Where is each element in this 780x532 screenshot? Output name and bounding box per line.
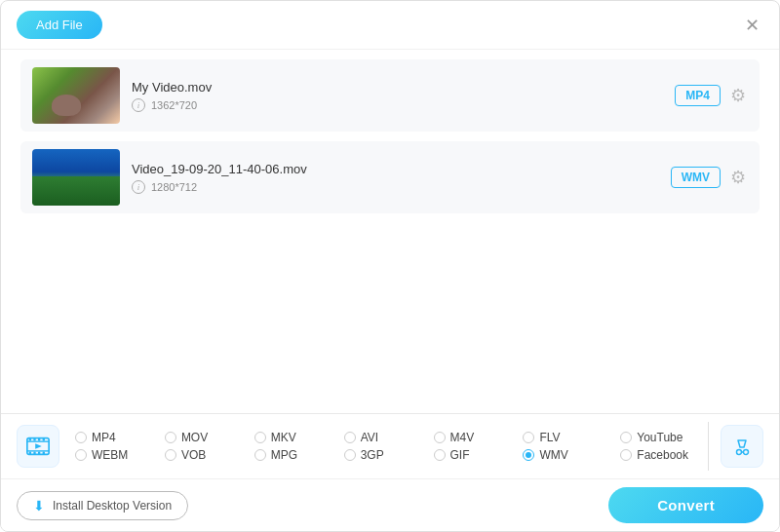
format-option-gif[interactable]: GIF	[434, 448, 524, 462]
empty-area	[1, 233, 779, 350]
svg-rect-9	[38, 452, 40, 455]
file-thumbnail	[32, 67, 120, 124]
settings-button[interactable]: ⚙	[728, 165, 748, 190]
svg-point-13	[744, 450, 749, 455]
file-thumbnail	[32, 149, 120, 206]
format-option-mp4[interactable]: MP4	[75, 431, 165, 444]
format-option-m4v[interactable]: M4V	[434, 431, 524, 444]
radio-mkv[interactable]	[254, 432, 266, 443]
file-meta: i 1362*720	[132, 98, 663, 112]
format-option-mov[interactable]: MOV	[165, 431, 254, 444]
radio-vob[interactable]	[165, 449, 176, 461]
format-option-facebook[interactable]: Facebook	[620, 448, 688, 462]
svg-point-12	[737, 450, 742, 455]
file-resolution: 1362*720	[151, 99, 197, 111]
svg-rect-5	[38, 438, 40, 441]
format-option-youtube[interactable]: YouTube	[620, 431, 688, 444]
radio-youtube[interactable]	[620, 432, 632, 443]
radio-avi[interactable]	[344, 432, 356, 443]
file-actions: WMV ⚙	[671, 165, 748, 190]
svg-rect-4	[33, 438, 35, 441]
audio-format-button[interactable]	[721, 425, 763, 468]
format-label: GIF	[450, 448, 470, 462]
header: Add File ✕	[1, 1, 779, 50]
format-option-mpg[interactable]: MPG	[254, 448, 344, 462]
svg-rect-2	[27, 450, 49, 451]
convert-button[interactable]: Convert	[608, 487, 763, 523]
svg-rect-7	[29, 452, 31, 455]
svg-rect-8	[33, 452, 35, 455]
radio-facebook[interactable]	[620, 449, 632, 461]
file-item: Video_19-09-20_11-40-06.mov i 1280*712 W…	[20, 141, 760, 213]
info-icon[interactable]: i	[132, 180, 145, 194]
extra-formats: YouTube Facebook	[620, 431, 688, 462]
file-actions: MP4 ⚙	[675, 83, 748, 108]
radio-webm[interactable]	[75, 449, 87, 461]
format-label: WEBM	[92, 448, 128, 462]
format-badge-mp4[interactable]: MP4	[675, 85, 721, 106]
format-option-vob[interactable]: VOB	[165, 448, 254, 462]
radio-gif[interactable]	[434, 449, 446, 461]
format-label: FLV	[539, 431, 560, 444]
bottom-toolbar: MP4 MOV MKV AVI M4V FLV	[1, 413, 779, 531]
svg-rect-1	[27, 440, 49, 441]
radio-flv[interactable]	[523, 432, 534, 443]
file-meta: i 1280*712	[132, 180, 659, 194]
format-label: M4V	[450, 431, 475, 444]
format-option-avi[interactable]: AVI	[344, 431, 434, 444]
format-label: VOB	[181, 448, 206, 462]
video-format-icon[interactable]	[17, 425, 59, 468]
format-label-youtube: YouTube	[637, 431, 682, 444]
file-item: My Video.mov i 1362*720 MP4 ⚙	[20, 59, 760, 132]
svg-marker-11	[35, 443, 42, 449]
format-badge-wmv[interactable]: WMV	[671, 167, 721, 188]
radio-m4v[interactable]	[434, 432, 446, 443]
file-list: My Video.mov i 1362*720 MP4 ⚙ Video_19-0…	[1, 50, 779, 233]
file-name: Video_19-09-20_11-40-06.mov	[132, 162, 659, 176]
radio-3gp[interactable]	[344, 449, 356, 461]
svg-rect-3	[29, 438, 31, 441]
add-file-button[interactable]: Add File	[17, 11, 102, 39]
file-name: My Video.mov	[132, 80, 663, 95]
format-option-wmv[interactable]: WMV	[523, 448, 612, 462]
vertical-divider	[708, 422, 709, 471]
file-info: My Video.mov i 1362*720	[132, 80, 663, 112]
format-label: MKV	[271, 431, 296, 444]
thumbnail-image	[32, 149, 120, 206]
file-info: Video_19-09-20_11-40-06.mov i 1280*712	[132, 162, 659, 194]
format-selector: MP4 MOV MKV AVI M4V FLV	[1, 414, 779, 479]
file-resolution: 1280*712	[151, 181, 197, 193]
svg-rect-10	[43, 452, 45, 455]
format-option-3gp[interactable]: 3GP	[344, 448, 434, 462]
format-label: MOV	[181, 431, 208, 444]
close-button[interactable]: ✕	[741, 15, 763, 36]
radio-mpg[interactable]	[254, 449, 266, 461]
bottom-actions: ⬇ Install Desktop Version Convert	[1, 479, 779, 531]
format-option-webm[interactable]: WEBM	[75, 448, 165, 462]
format-option-mkv[interactable]: MKV	[254, 431, 344, 444]
format-label: MP4	[92, 431, 116, 444]
format-option-flv[interactable]: FLV	[523, 431, 612, 444]
format-label: 3GP	[361, 448, 384, 462]
radio-mov[interactable]	[165, 432, 176, 443]
install-desktop-button[interactable]: ⬇ Install Desktop Version	[17, 491, 188, 520]
format-label-facebook: Facebook	[637, 448, 688, 462]
info-icon[interactable]: i	[132, 98, 145, 112]
format-grid: MP4 MOV MKV AVI M4V FLV	[75, 431, 612, 462]
settings-button[interactable]: ⚙	[728, 83, 748, 108]
svg-rect-6	[43, 438, 45, 441]
format-label: AVI	[361, 431, 378, 444]
install-label: Install Desktop Version	[53, 499, 172, 513]
format-label: WMV	[539, 448, 567, 462]
thumbnail-image	[32, 67, 120, 124]
download-icon: ⬇	[33, 498, 45, 513]
radio-wmv[interactable]	[523, 449, 534, 461]
format-label: MPG	[271, 448, 297, 462]
radio-mp4[interactable]	[75, 432, 87, 443]
